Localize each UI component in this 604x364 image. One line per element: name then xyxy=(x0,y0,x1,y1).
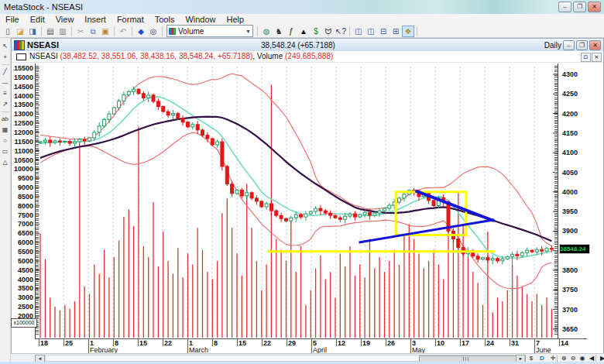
toolbar-separator xyxy=(162,26,163,36)
pane-controls: ⊡✕ xyxy=(581,53,602,62)
arrow-annotation-icon[interactable]: ↗ xyxy=(1,99,10,110)
layout-icon[interactable]: ◫ xyxy=(352,26,365,37)
open-folder-icon[interactable]: ◪ xyxy=(14,26,26,37)
app-titlebar[interactable]: MetaStock - NSEASI –❐✕ xyxy=(0,0,604,15)
online-icon[interactable]: ◍ xyxy=(260,26,273,37)
pane-restore-button[interactable]: ⊡ xyxy=(581,53,591,62)
toolbar-separator xyxy=(257,26,258,36)
menu-tools[interactable]: Tools xyxy=(149,14,180,25)
horizontal-line-icon[interactable]: — xyxy=(1,77,10,88)
ellipse-tool-icon[interactable]: ○ xyxy=(1,136,10,146)
chart-icon xyxy=(14,40,25,50)
system-tester-icon[interactable]: ▲ xyxy=(297,26,310,37)
chart-restore-button[interactable]: ❐ xyxy=(576,40,588,50)
context-help-icon[interactable]: ↖? xyxy=(335,26,347,37)
menu-view[interactable]: View xyxy=(50,14,80,25)
status-separator xyxy=(524,355,525,362)
new-chart-icon[interactable]: ▯ xyxy=(2,26,14,37)
paste-icon[interactable]: ▣ xyxy=(99,26,112,37)
chart-minimize-button[interactable]: – xyxy=(563,40,575,50)
volume-combo-value: Volume xyxy=(178,27,245,36)
fibonacci-icon[interactable]: ≡ xyxy=(1,88,10,99)
chart-title: NSEASI xyxy=(27,40,59,50)
trendline-icon[interactable]: ╱ xyxy=(1,67,10,77)
indicator-header[interactable]: NSEASI (38,482.52, 38,551.06, 38,438.16,… xyxy=(12,51,603,63)
status-separator xyxy=(595,355,596,362)
last-price-display: 38,548.24 (+65.7188) xyxy=(205,41,391,50)
zoom-chart-icon[interactable]: ◎ xyxy=(147,26,160,37)
volume-combo-icon xyxy=(169,28,176,35)
menu-insert[interactable]: Insert xyxy=(79,14,112,25)
explorer-binoculars-icon[interactable]: ᗢ xyxy=(322,26,335,37)
tile-vertical-icon[interactable]: ◫ xyxy=(365,26,377,37)
toolbar-separator xyxy=(349,26,350,36)
volume-label: , Volume xyxy=(252,52,285,60)
indicator-quickdrop[interactable]: Volume▼ xyxy=(166,25,253,37)
chart-window: NSEASI 38,548.24 (+65.7188) Daily –❐✕ NS… xyxy=(11,38,604,362)
symbol-name: NSEASI xyxy=(29,52,60,60)
tool-separator xyxy=(2,112,9,112)
print-preview-icon[interactable]: ▥ xyxy=(57,26,69,37)
rectangle-tool-icon[interactable]: ▭ xyxy=(1,146,10,157)
periodicity-label: Daily xyxy=(544,41,561,50)
crosshair-icon[interactable]: + xyxy=(1,52,10,63)
active-layout-icon[interactable]: ❖ xyxy=(402,26,414,37)
volume-value: (249,685,888) xyxy=(285,52,333,60)
chart-titlebar[interactable]: NSEASI 38,548.24 (+65.7188) Daily –❐✕ xyxy=(12,39,603,52)
chart-window-controls: –❐✕ xyxy=(563,40,601,50)
toolbar-separator xyxy=(114,26,115,36)
chart-close-button[interactable]: ✕ xyxy=(589,40,601,50)
cut-icon[interactable]: ✂ xyxy=(74,26,87,37)
tool-separator xyxy=(2,64,9,65)
navigator-icon[interactable]: ◆ xyxy=(135,26,147,37)
menu-help[interactable]: Help xyxy=(221,14,250,25)
toolbar-separator xyxy=(132,26,132,36)
copy-icon[interactable]: ⧉ xyxy=(87,26,99,37)
save-icon[interactable]: ◨ xyxy=(26,26,39,37)
chart-object-icon xyxy=(16,53,26,60)
status-separator xyxy=(557,355,558,362)
scrollbar-track[interactable] xyxy=(45,355,516,362)
menu-edit[interactable]: Edit xyxy=(25,14,50,25)
close-button[interactable]: ✕ xyxy=(588,2,601,12)
metastock-window: MetaStock - NSEASI –❐✕ FileEditViewInser… xyxy=(0,0,604,364)
ohlc-values: (38,482.52, 38,551.06, 38,438.16, 38,548… xyxy=(60,52,252,60)
tile-horizontal-icon[interactable]: ⊟ xyxy=(377,26,390,37)
triangle-tool-icon[interactable]: △ xyxy=(1,157,10,168)
tile-grid-icon[interactable]: ⊞ xyxy=(390,26,402,37)
menubar: FileEditViewInsertFormatToolsWindowHelp xyxy=(0,14,604,26)
quote-grid-icon[interactable]: ▦ xyxy=(1,125,10,136)
options-dollar-icon[interactable]: $ xyxy=(310,26,322,37)
minimize-button[interactable]: – xyxy=(558,2,571,12)
combo-dropdown-icon[interactable]: ▼ xyxy=(245,29,252,34)
print-icon[interactable]: ▤ xyxy=(44,26,57,37)
indicator-builder-icon[interactable]: ƒ xyxy=(285,26,297,37)
toolbar-separator xyxy=(41,26,42,36)
expert-advisor-icon[interactable]: ♞ xyxy=(273,26,285,37)
menu-window[interactable]: Window xyxy=(180,14,221,25)
text-note-icon[interactable]: ab xyxy=(1,114,10,125)
pane-close-button[interactable]: ✕ xyxy=(592,53,602,62)
toolbar-separator xyxy=(417,26,417,36)
pointer-icon[interactable]: ↖ xyxy=(1,41,10,52)
menu-file[interactable]: File xyxy=(0,14,25,25)
main-toolbar: ▯◪◨▤▥✂⧉▣↶◆◎Volume▼◍♞ƒ▲$ᗢ↖?◫◫⊟⊞❖ xyxy=(0,25,604,38)
menu-format[interactable]: Format xyxy=(112,14,149,25)
window-controls: –❐✕ xyxy=(558,2,601,12)
drawing-toolbar: ↖+╱—≡↗ab▦○▭△ xyxy=(0,38,11,364)
maximize-button[interactable]: ❐ xyxy=(573,2,586,12)
toolbar-separator xyxy=(71,26,72,36)
app-title: MetaStock - NSEASI xyxy=(4,2,83,12)
undo-icon[interactable]: ↶ xyxy=(117,26,129,37)
